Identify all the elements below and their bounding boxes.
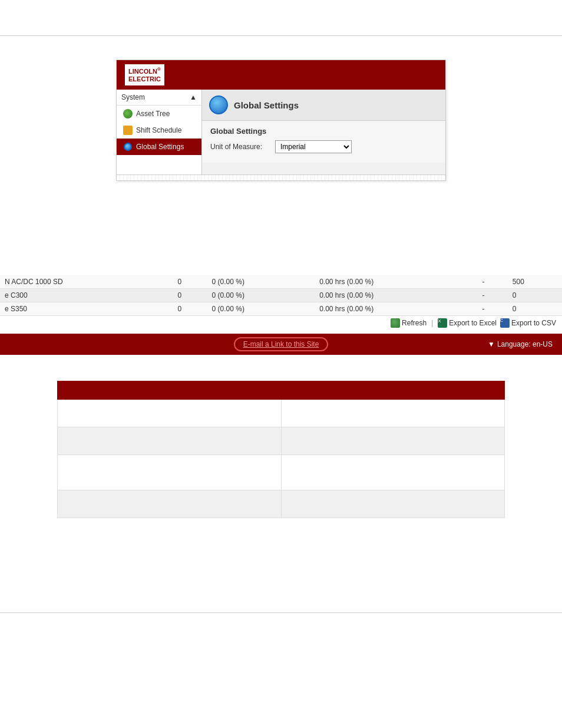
sidebar-item-asset-tree[interactable]: Asset Tree: [117, 106, 201, 122]
csv-icon: C: [500, 318, 510, 328]
table-row: e C300 0 0 (0.00 %) 0.00 hrs (0.00 %) - …: [0, 289, 562, 302]
cell-dash: -: [478, 289, 508, 302]
refresh-label: Refresh: [402, 319, 427, 327]
cell-value: 0: [508, 289, 562, 302]
page-title: Global Settings: [234, 100, 299, 110]
cell-pct: 0 (0.00 %): [207, 275, 315, 289]
sidebar-item-shift-schedule[interactable]: Shift Schedule: [117, 122, 201, 139]
export-csv-button[interactable]: C Export to CSV: [500, 318, 556, 328]
logo-registered: ®: [157, 67, 161, 72]
logo-line2: ELECTRIC: [128, 75, 161, 83]
app-panel: LINCOLN® ELECTRIC System ▲ Asset Tree Sh…: [116, 60, 446, 181]
cell-count: 0: [173, 275, 207, 289]
tree-icon: [123, 108, 133, 119]
bottom-rule: [0, 612, 562, 613]
two-col-row: [58, 427, 505, 455]
sidebar: System ▲ Asset Tree Shift Schedule Globa…: [117, 90, 202, 174]
schedule-icon: [123, 125, 133, 136]
cell-value: 0: [508, 302, 562, 316]
table-row: e S350 0 0 (0.00 %) 0.00 hrs (0.00 %) - …: [0, 302, 562, 316]
lincoln-logo: LINCOLN® ELECTRIC: [124, 63, 166, 87]
cell-dash: -: [478, 275, 508, 289]
app-body: System ▲ Asset Tree Shift Schedule Globa…: [117, 90, 445, 174]
cell-hrs: 0.00 hrs (0.00 %): [315, 275, 477, 289]
two-col-cell-left: [58, 427, 282, 455]
sidebar-item-global-settings[interactable]: Global Settings: [117, 139, 201, 155]
separator: |: [431, 319, 433, 327]
two-col-cell-right: [281, 427, 505, 455]
page-header-bar: Global Settings: [202, 90, 445, 121]
globe-icon: [123, 141, 133, 152]
sidebar-item-label: Shift Schedule: [136, 126, 181, 134]
unit-of-measure-label: Unit of Measure:: [210, 143, 275, 151]
two-col-row: [58, 455, 505, 490]
section-title: Global Settings: [210, 127, 437, 136]
page-globe-icon: [209, 95, 228, 114]
export-excel-label: Export to Excel: [449, 319, 497, 327]
table-row: N AC/DC 1000 SD 0 0 (0.00 %) 0.00 hrs (0…: [0, 275, 562, 289]
sidebar-item-label: Asset Tree: [136, 110, 170, 118]
cell-value: 500: [508, 275, 562, 289]
col-header-left: [58, 381, 282, 400]
cell-count: 0: [173, 289, 207, 302]
two-col-cell-left: [58, 400, 282, 427]
language-label: Language: en-US: [497, 340, 553, 348]
cell-dash: -: [478, 302, 508, 316]
export-excel-button[interactable]: X Export to Excel: [438, 318, 497, 328]
footer-bar: E-mail a Link to this Site ▼ Language: e…: [0, 334, 562, 355]
sidebar-section-label: System: [121, 93, 145, 101]
app-header: LINCOLN® ELECTRIC: [117, 60, 445, 90]
main-content: Global Settings Global Settings Unit of …: [202, 90, 445, 174]
sidebar-section-header: System ▲: [117, 90, 201, 106]
two-col-cell-left: [58, 455, 282, 490]
two-col-table: [57, 381, 505, 518]
cell-count: 0: [173, 302, 207, 316]
chevron-up-icon: ▲: [190, 93, 197, 101]
excel-icon: X: [438, 318, 447, 328]
cell-hrs: 0.00 hrs (0.00 %): [315, 302, 477, 316]
unit-of-measure-select[interactable]: Imperial Metric: [275, 140, 352, 153]
language-selector[interactable]: ▼ Language: en-US: [488, 340, 553, 348]
two-col-cell-right: [281, 400, 505, 427]
email-link-button[interactable]: E-mail a Link to this Site: [234, 337, 329, 351]
wavy-decoration: [117, 174, 445, 180]
logo-line1: LINCOLN: [128, 68, 157, 75]
two-col-row: [58, 490, 505, 518]
sidebar-item-label: Global Settings: [136, 143, 184, 151]
two-col-cell-right: [281, 455, 505, 490]
refresh-button[interactable]: Refresh: [391, 318, 427, 328]
top-rule: [0, 35, 562, 36]
export-csv-label: Export to CSV: [511, 319, 556, 327]
data-table: N AC/DC 1000 SD 0 0 (0.00 %) 0.00 hrs (0…: [0, 275, 562, 316]
two-col-wrapper: [0, 369, 562, 530]
dropdown-arrow-icon: ▼: [488, 340, 495, 348]
cell-pct: 0 (0.00 %): [207, 302, 315, 316]
col-header-right: [281, 381, 505, 400]
unit-of-measure-row: Unit of Measure: Imperial Metric: [210, 140, 437, 153]
email-link-label: E-mail a Link to this Site: [243, 340, 319, 348]
action-bar: Refresh | X Export to Excel C Export to …: [0, 316, 562, 330]
two-col-row: [58, 400, 505, 427]
cell-name: N AC/DC 1000 SD: [0, 275, 173, 289]
table-panel: N AC/DC 1000 SD 0 0 (0.00 %) 0.00 hrs (0…: [0, 275, 562, 355]
two-col-cell-left: [58, 490, 282, 518]
cell-pct: 0 (0.00 %): [207, 289, 315, 302]
cell-hrs: 0.00 hrs (0.00 %): [315, 289, 477, 302]
refresh-icon: [391, 318, 400, 328]
cell-name: e S350: [0, 302, 173, 316]
cell-name: e C300: [0, 289, 173, 302]
two-col-cell-right: [281, 490, 505, 518]
content-area: Global Settings Unit of Measure: Imperia…: [202, 121, 445, 163]
